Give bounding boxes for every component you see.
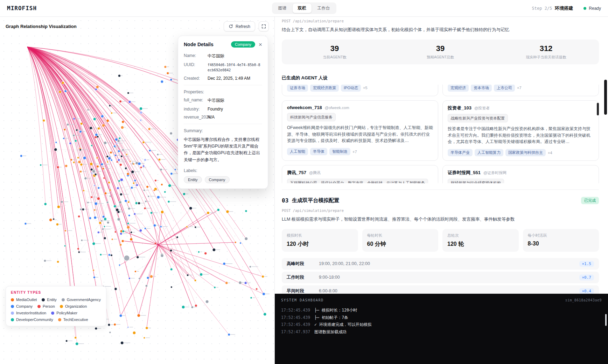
header-right: Step 2/5 环境搭建 Ready [532, 5, 601, 12]
agent-tag-more: +5 [363, 86, 368, 90]
config-label: 每小时活跃 [528, 233, 594, 238]
close-icon[interactable]: × [259, 42, 262, 48]
stat-item: 39当前AGENT数 [282, 44, 387, 60]
app-logo: MIROFISH [7, 5, 37, 12]
right-scroll-area[interactable]: POST /api/simulation/prepare 结合上下文，自动调用工… [275, 17, 608, 294]
stat-label: 现实种子当前关联话题数 [493, 55, 599, 60]
view-tabs: 图谱双栏工作台 [272, 2, 336, 14]
agent-tag: IPO动态 [341, 85, 361, 92]
agent-list-scrollbar-thumb[interactable] [597, 103, 599, 115]
log-timestamp: 17:52:47.937 [281, 328, 310, 336]
config-grid: 模拟时长120 小时每轮时长60 分钟总轮次120 轮每小时活跃8-30 [282, 229, 599, 252]
step3-title: 生成双平台模拟配置 [292, 197, 578, 204]
node-field-row: full_name:中芯国际 [184, 98, 262, 104]
legend-dot-icon [60, 305, 63, 308]
graph-panel: Graph Relationship Visualization Refresh [0, 17, 275, 364]
node-fields: Name:中芯国际UUID:f46504d6-10f4-4e74-85b0-8e… [184, 53, 262, 81]
stat-value: 39 [387, 44, 493, 53]
system-terminal: SYSTEM DASHBOARD sim_8618a2043ae9 17:52:… [275, 294, 608, 364]
refresh-button-label: Refresh [236, 24, 250, 29]
agent-card-partial: 证券市场宏观经济政策IPO动态+5 [282, 85, 438, 96]
fullscreen-icon [261, 24, 266, 29]
config-label: 模拟时长 [287, 233, 353, 238]
field-label: full_name: [184, 98, 208, 104]
log-timestamp: 17:52:45.439 [281, 314, 310, 321]
log-timestamp: 17:52:45.439 [281, 321, 310, 328]
agent-list[interactable]: 证券市场宏观经济政策IPO动态+5宏观经济资本市场上市公司+7ofweekcom… [282, 85, 599, 183]
agent-card-header: 腾讯_757@腾讯 [287, 170, 433, 176]
right-scrollbar-thumb[interactable] [604, 80, 607, 115]
legend-dot-icon [58, 318, 61, 321]
agent-name: 证券时报网_551 [448, 170, 481, 176]
legend-items: MediaOutletEntityGovernmentAgencyCompany… [11, 298, 101, 322]
agent-card-partial: 宏观经济资本市场上市公司+7 [442, 85, 599, 96]
step3-header: 03 生成双平台模拟配置 已完成 [282, 197, 599, 204]
agent-tag: 人工智能算力 [475, 149, 503, 156]
legend-dot-icon [62, 298, 65, 301]
node-field-row: revenue_2024:N/A [184, 115, 262, 120]
schedule-time: 19:00, 20:00, 21:00, 22:00 [319, 261, 579, 266]
main-split: Graph Relationship Visualization Refresh [0, 17, 608, 364]
tab-图谱[interactable]: 图谱 [273, 3, 292, 13]
agent-card: 投资者_103@投资者战略性新兴产业投资与资本配置投资者是专注于中国战略性新兴产… [442, 100, 599, 161]
node-field-row: Created:Dec 22, 2025, 1:49 AM [184, 76, 262, 81]
agent-tag: 宏观经济政策 [310, 85, 339, 92]
field-value: N/A [208, 115, 262, 120]
agent-tag: 上市公司 [494, 85, 515, 92]
field-value: f46504d6-10f4-4e74-85b0-8ecb692e0842 [208, 62, 262, 73]
node-details-header: Node Details Company × [184, 41, 262, 48]
agent-role-chip: 科技新闻与产业信息服务 [287, 113, 336, 122]
step3-number: 03 [282, 197, 288, 204]
step2-description: 结合上下文，自动调用工具从知识图谱梳理实体与关系，初始化模拟个体，并基于现实种子… [282, 27, 599, 33]
legend-label: InvestorInstitution [16, 311, 46, 315]
log-message: ├─ 初始帖子：7条 [314, 314, 348, 321]
schedule-row: 早间时段6:00-8:00×0.4 [282, 285, 599, 294]
schedule-multiplier: ×0.4 [579, 288, 594, 294]
tab-工作台[interactable]: 工作台 [312, 3, 335, 13]
agent-card-header: ofweekcom_718@ofweek.com [287, 105, 433, 110]
config-card: 每轮时长60 分钟 [362, 229, 439, 252]
legend-label: TechExecutive [63, 317, 88, 322]
agent-role-chip: 财经新闻与行业研究媒体机构 [448, 179, 504, 183]
legend-item-Organization: Organization [60, 304, 87, 308]
refresh-button[interactable]: Refresh [224, 21, 255, 31]
properties-title: Properties: [184, 90, 262, 94]
agent-role-chip: 互联网科技公司，提供社交平台、数字内容、金融科技、云计算与人工智能服务 [287, 179, 428, 183]
legend-dot-icon [11, 305, 14, 308]
agent-bio: 投资者是专注于中国战略性新兴产业投资的机构群体，聚焦国家政策支持与技术自主可控方… [448, 126, 594, 145]
agent-tag: 半导体产业 [448, 149, 473, 156]
labels-title: Labels: [184, 168, 262, 173]
stat-item: 312现实种子当前关联话题数 [493, 44, 599, 60]
config-label: 每轮时长 [367, 233, 434, 238]
legend-item-InvestorInstitution: InvestorInstitution [11, 311, 46, 315]
top-header: MIROFISH 图谱双栏工作台 Step 2/5 环境搭建 Ready [0, 0, 608, 17]
legend-label: PolicyMaker [56, 311, 77, 315]
agent-name: 投资者_103 [448, 105, 471, 111]
schedule-list: 高峰时段19:00, 20:00, 21:00, 22:00×1.5工作时段9:… [282, 258, 599, 294]
agent-tag-row: 宏观经济资本市场上市公司+7 [448, 85, 594, 92]
legend-item-MediaOutlet: MediaOutlet [11, 298, 37, 302]
agent-tag-row: 证券市场宏观经济政策IPO动态+5 [287, 85, 433, 92]
stat-value: 39 [282, 44, 387, 53]
stat-item: 39预期AGENT总数 [387, 44, 493, 60]
node-field-row: Name:中芯国际 [184, 53, 262, 59]
terminal-log-line: 17:52:47.937图谱数据加载成功 [281, 328, 602, 336]
agent-card: 证券时报网_551@证券时报网财经新闻与行业研究媒体机构证券时报网（stcn.c… [442, 165, 599, 183]
terminal-scrollbar-thumb[interactable] [605, 314, 607, 326]
log-message: ✓ 环境搭建完成，可以开始模拟 [314, 321, 371, 328]
schedule-time: 6:00-8:00 [319, 288, 579, 293]
agent-name: ofweekcom_718 [287, 105, 322, 110]
agent-name: 腾讯_757 [287, 170, 306, 176]
tab-双栏[interactable]: 双栏 [293, 3, 312, 13]
field-value: 中芯国际 [208, 53, 262, 59]
config-label: 总轮次 [447, 233, 514, 238]
legend-item-Entity: Entity [42, 298, 57, 302]
terminal-log-line: 17:52:45.439✓ 环境搭建完成，可以开始模拟 [281, 321, 602, 328]
step-label: Step 2/5 [532, 6, 552, 11]
step3-section: 03 生成双平台模拟配置 已完成 POST /api/simulation/pr… [282, 190, 599, 294]
expand-button[interactable] [259, 21, 269, 31]
field-label: revenue_2024: [184, 115, 208, 120]
config-value: 120 轮 [447, 241, 514, 248]
terminal-log-line: 17:52:45.439├─ 初始帖子：7条 [281, 314, 602, 321]
summary-title: Summary: [184, 128, 262, 133]
